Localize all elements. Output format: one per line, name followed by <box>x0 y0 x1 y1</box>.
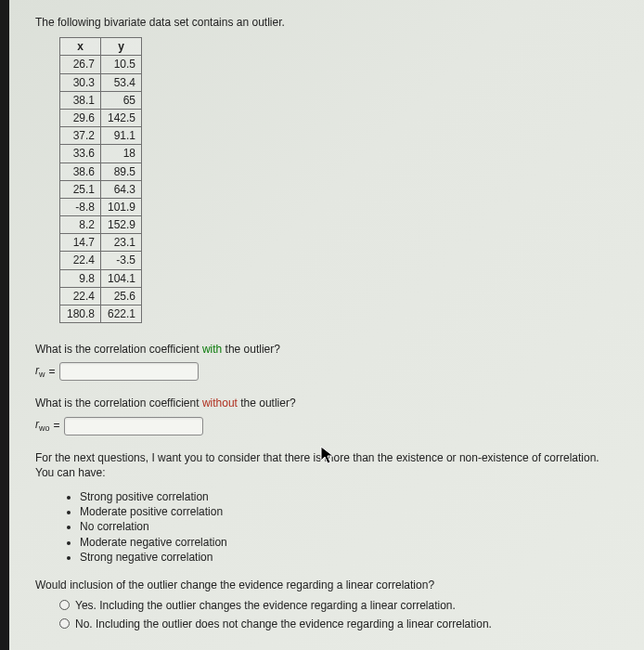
radio-icon[interactable] <box>59 600 70 610</box>
list-item: Strong negative correlation <box>80 550 620 565</box>
question-inclusion: Would inclusion of the outlier change th… <box>35 578 620 592</box>
table-row: 22.4-3.5 <box>60 252 142 269</box>
col-header-x: x <box>60 38 101 56</box>
option-no-label: No. Including the outlier does not chang… <box>75 617 492 631</box>
table-row: -8.8101.9 <box>60 198 142 215</box>
table-row: 180.8622.1 <box>60 306 142 323</box>
answer-row-rwo: rwo = <box>35 417 620 436</box>
intro-text: The following bivariate data set contain… <box>35 15 620 30</box>
col-header-y: y <box>101 38 142 56</box>
table-row: 38.689.5 <box>60 162 142 180</box>
cell-y: 101.9 <box>101 198 142 215</box>
cell-x: 38.1 <box>60 91 101 109</box>
question-page: The following bivariate data set contain… <box>9 0 644 650</box>
cell-x: 30.3 <box>60 73 101 91</box>
cell-x: 22.4 <box>60 287 101 305</box>
rw-symbol: rw <box>35 363 45 381</box>
rwo-input[interactable] <box>64 417 203 436</box>
question-with-outlier: What is the correlation coefficient with… <box>35 342 620 357</box>
cell-x: 37.2 <box>60 127 101 145</box>
table-row: 37.291.1 <box>60 127 142 145</box>
table-row: 30.353.4 <box>60 73 142 91</box>
cell-y: 142.5 <box>101 109 142 126</box>
cell-y: 18 <box>101 145 142 162</box>
cell-x: 26.7 <box>60 56 101 73</box>
question-without-outlier: What is the correlation coefficient with… <box>35 396 620 410</box>
equals: = <box>54 418 60 433</box>
equals: = <box>49 364 56 379</box>
cell-x: 25.1 <box>60 180 101 198</box>
cell-y: 23.1 <box>101 234 142 252</box>
cell-x: 33.6 <box>60 145 101 162</box>
cell-y: -3.5 <box>101 252 142 269</box>
cell-x: 180.8 <box>60 306 101 323</box>
table-row: 26.710.5 <box>60 56 142 73</box>
table-row: 9.8104.1 <box>60 269 142 287</box>
cell-x: 29.6 <box>60 109 101 126</box>
cell-y: 64.3 <box>101 180 142 198</box>
cell-y: 622.1 <box>101 306 142 323</box>
list-item: Moderate positive correlation <box>80 504 620 519</box>
without-word: without <box>202 396 238 410</box>
cell-y: 65 <box>101 91 142 109</box>
cell-y: 53.4 <box>101 73 142 91</box>
option-no[interactable]: No. Including the outlier does not chang… <box>59 617 620 631</box>
cell-x: -8.8 <box>60 198 101 215</box>
cell-x: 22.4 <box>60 252 101 269</box>
cell-x: 8.2 <box>60 216 101 234</box>
list-item: Strong positive correlation <box>80 489 620 504</box>
rwo-symbol: rwo <box>35 417 50 435</box>
q1-pre: What is the correlation coefficient <box>35 343 202 356</box>
cell-y: 104.1 <box>101 269 142 287</box>
cell-y: 89.5 <box>101 162 142 180</box>
cell-x: 14.7 <box>60 234 101 252</box>
q2-pre: What is the correlation coefficient <box>35 396 202 410</box>
radio-group: Yes. Including the outlier changes the e… <box>59 598 620 631</box>
rw-input[interactable] <box>59 362 199 381</box>
table-row: 14.723.1 <box>60 234 142 252</box>
correlation-types-list: Strong positive correlation Moderate pos… <box>35 489 620 565</box>
list-item: Moderate negative correlation <box>80 535 620 550</box>
table-row: 38.165 <box>60 91 142 109</box>
table-row: 22.425.6 <box>60 287 142 305</box>
table-row: 25.164.3 <box>60 180 142 198</box>
list-item: No correlation <box>80 519 620 534</box>
data-table: x y 26.710.5 30.353.4 38.165 29.6142.5 3… <box>59 37 142 323</box>
cell-y: 25.6 <box>101 287 142 305</box>
option-yes[interactable]: Yes. Including the outlier changes the e… <box>59 598 620 613</box>
answer-row-rw: rw = <box>35 362 620 381</box>
q1-post: the outlier? <box>222 343 280 356</box>
consider-paragraph: For the next questions, I want you to co… <box>35 450 620 480</box>
table-row: 8.2152.9 <box>60 216 142 234</box>
cell-y: 10.5 <box>101 56 142 73</box>
q2-post: the outlier? <box>238 396 296 410</box>
radio-icon[interactable] <box>59 618 70 629</box>
cell-x: 9.8 <box>60 269 101 287</box>
table-row: 33.618 <box>60 145 142 162</box>
cell-x: 38.6 <box>60 162 101 180</box>
cell-y: 152.9 <box>101 216 142 234</box>
option-yes-label: Yes. Including the outlier changes the e… <box>75 598 456 613</box>
cell-y: 91.1 <box>101 127 142 145</box>
table-row: 29.6142.5 <box>60 109 142 126</box>
with-word: with <box>202 343 222 356</box>
